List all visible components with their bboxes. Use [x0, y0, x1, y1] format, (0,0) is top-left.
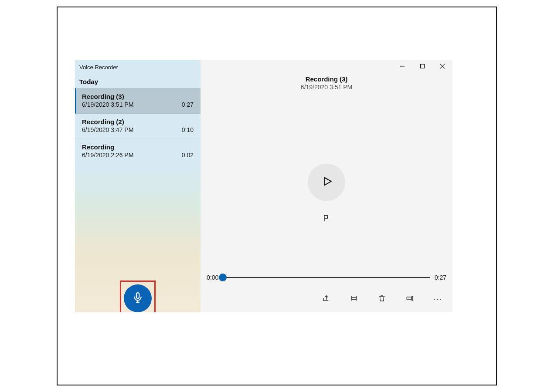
maximize-button[interactable]: [412, 60, 432, 74]
flag-icon: [323, 214, 330, 224]
recording-item-0[interactable]: Recording (3) 6/19/2020 3:51 PM 0:27: [75, 88, 201, 114]
svg-rect-0: [136, 293, 140, 298]
main-panel: Recording (3) 6/19/2020 3:51 PM: [201, 60, 453, 312]
play-button[interactable]: [308, 163, 345, 201]
player-header: Recording (3) 6/19/2020 3:51 PM: [201, 75, 453, 91]
delete-button[interactable]: [374, 291, 390, 307]
sidebar-group-today: Today: [75, 74, 201, 88]
rename-icon: [406, 294, 414, 304]
playback-position: 0:00: [207, 274, 218, 281]
maximize-icon: [420, 63, 425, 70]
record-button-highlight: [120, 280, 156, 312]
minimize-button[interactable]: [392, 60, 412, 74]
playback-timeline: 0:00 0:27: [207, 274, 446, 281]
playback-duration: 0:27: [435, 274, 446, 281]
outer-frame: Voice Recorder Today Recording (3) 6/19/…: [57, 7, 497, 385]
close-icon: [440, 63, 445, 70]
more-button[interactable]: ···: [430, 291, 446, 307]
trash-icon: [378, 294, 386, 304]
recording-item-datetime: 6/19/2020 2:26 PM: [82, 152, 133, 159]
sidebar: Voice Recorder Today Recording (3) 6/19/…: [75, 60, 201, 312]
recording-item-title: Recording (2): [82, 118, 194, 125]
recording-item-1[interactable]: Recording (2) 6/19/2020 3:47 PM 0:10: [75, 114, 201, 139]
record-button[interactable]: [124, 284, 152, 312]
player-toolbar: ···: [313, 289, 451, 310]
microphone-icon: [132, 292, 143, 305]
share-button[interactable]: [318, 291, 334, 307]
more-icon: ···: [433, 295, 442, 304]
svg-rect-4: [421, 64, 425, 68]
svg-rect-10: [352, 297, 357, 300]
player-datetime: 6/19/2020 3:51 PM: [201, 84, 453, 91]
recording-item-2[interactable]: Recording 6/19/2020 2:26 PM 0:02: [75, 139, 201, 164]
recording-item-title: Recording: [82, 143, 194, 151]
recording-item-datetime: 6/19/2020 3:51 PM: [82, 101, 133, 108]
recording-item-duration: 0:10: [182, 126, 194, 133]
app-title: Voice Recorder: [75, 60, 201, 74]
player-title: Recording (3): [201, 75, 453, 83]
play-icon: [320, 176, 333, 189]
rename-button[interactable]: [402, 291, 418, 307]
recording-item-datetime: 6/19/2020 3:47 PM: [82, 126, 133, 133]
playback-thumb[interactable]: [219, 274, 227, 281]
add-marker-button[interactable]: [318, 210, 335, 228]
trim-button[interactable]: [346, 291, 362, 307]
window-controls: [392, 60, 453, 74]
recording-item-title: Recording (3): [82, 93, 194, 100]
recording-item-duration: 0:27: [182, 101, 194, 108]
svg-marker-7: [325, 178, 331, 185]
recording-item-duration: 0:02: [182, 152, 194, 159]
playback-track[interactable]: [223, 277, 430, 278]
share-icon: [322, 294, 330, 304]
svg-rect-13: [407, 297, 412, 300]
close-button[interactable]: [432, 60, 453, 74]
voice-recorder-window: Voice Recorder Today Recording (3) 6/19/…: [75, 60, 453, 312]
minimize-icon: [400, 63, 405, 70]
trim-icon: [350, 294, 358, 304]
